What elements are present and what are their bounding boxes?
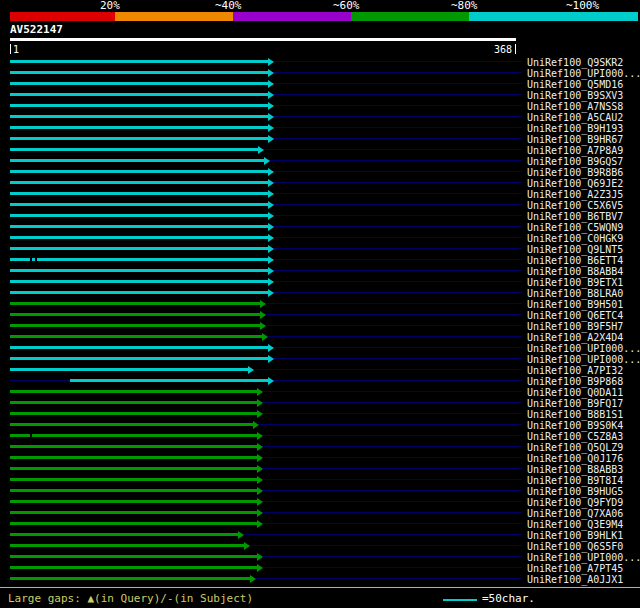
hit-label[interactable]: UniRef100_C5WQN9	[527, 222, 623, 233]
hit-bar[interactable]	[10, 434, 257, 437]
hit-bar[interactable]	[10, 258, 268, 261]
hit-bar[interactable]	[10, 280, 268, 283]
hit-bar[interactable]	[10, 555, 257, 558]
hit-label[interactable]: UniRef100_UPI000...	[527, 552, 640, 563]
hit-label[interactable]: UniRef100_B9P868	[527, 376, 623, 387]
hit-label[interactable]: UniRef100_B9S0K4	[527, 420, 623, 431]
hit-arrow-icon	[268, 223, 274, 231]
hit-bar[interactable]	[10, 302, 260, 305]
hit-bar[interactable]	[10, 313, 260, 316]
hit-label[interactable]: UniRef100_B6TBV7	[527, 211, 623, 222]
hit-bar[interactable]	[10, 445, 257, 448]
hit-bar[interactable]	[10, 357, 268, 360]
hit-label[interactable]: UniRef100_B9ETX1	[527, 277, 623, 288]
hit-bar[interactable]	[70, 379, 268, 382]
hit-bar[interactable]	[10, 170, 268, 173]
hit-bar[interactable]	[10, 93, 268, 96]
hit-label[interactable]: UniRef100_Q6ETC4	[527, 310, 623, 321]
hit-label[interactable]: UniRef100_A0JJX1	[527, 574, 623, 585]
hit-bar[interactable]	[10, 577, 250, 580]
hit-label[interactable]: UniRef100_UPI000...	[527, 354, 640, 365]
hit-label[interactable]: UniRef100_Q6S5F0	[527, 541, 623, 552]
hit-bar[interactable]	[10, 423, 253, 426]
hit-label[interactable]: UniRef100_A7PT45	[527, 563, 623, 574]
hit-label[interactable]: UniRef100_B9H501	[527, 299, 623, 310]
hit-bar[interactable]	[10, 82, 268, 85]
hit-label[interactable]: UniRef100_A5CAU2	[527, 112, 623, 123]
hit-label[interactable]: UniRef100_B6ETT4	[527, 255, 623, 266]
hit-bar[interactable]	[10, 456, 257, 459]
hit-label[interactable]: UniRef100_B9HUG5	[527, 486, 623, 497]
hit-label[interactable]: UniRef100_B8LRA0	[527, 288, 623, 299]
hit-bar[interactable]	[10, 368, 248, 371]
hit-label[interactable]: UniRef100_B9HR67	[527, 134, 623, 145]
hit-bar[interactable]	[10, 236, 268, 239]
hit-label[interactable]: UniRef100_C0HGK9	[527, 233, 623, 244]
hit-bar[interactable]	[10, 247, 268, 250]
hit-bar[interactable]	[10, 148, 258, 151]
hit-label[interactable]: UniRef100_C5Z8A3	[527, 431, 623, 442]
hit-bar[interactable]	[10, 412, 257, 415]
hit-bar[interactable]	[10, 269, 268, 272]
hit-label[interactable]: UniRef100_UPI000...	[527, 343, 640, 354]
hit-label[interactable]: UniRef100_B8ABB4	[527, 266, 623, 277]
ruler-end-tick	[515, 44, 516, 54]
hit-label[interactable]: UniRef100_Q7XA06	[527, 508, 623, 519]
hit-label[interactable]: UniRef100_B9F5H7	[527, 321, 623, 332]
hit-label[interactable]: UniRef100_B9R8B6	[527, 167, 623, 178]
hit-bar[interactable]	[10, 533, 238, 536]
hit-label[interactable]: UniRef100_A7P8A9	[527, 145, 623, 156]
hit-label[interactable]: UniRef100_B9FQ17	[527, 398, 623, 409]
hit-bar[interactable]	[10, 203, 268, 206]
hit-bar[interactable]	[10, 511, 257, 514]
hit-bar[interactable]	[10, 401, 257, 404]
hit-label[interactable]: UniRef100_B9T8I4	[527, 475, 623, 486]
hit-label[interactable]: UniRef100_UPI000...	[527, 68, 640, 79]
hit-bar[interactable]	[10, 489, 257, 492]
hit-bar[interactable]	[10, 467, 257, 470]
hit-bar[interactable]	[10, 544, 244, 547]
hit-label[interactable]: UniRef100_Q5QLZ9	[527, 442, 623, 453]
hit-bar[interactable]	[10, 181, 268, 184]
hit-bar[interactable]	[10, 104, 268, 107]
hit-label[interactable]: UniRef100_A7PI32	[527, 365, 623, 376]
hit-bar[interactable]	[10, 291, 268, 294]
hit-bar[interactable]	[10, 192, 268, 195]
hit-bar[interactable]	[10, 324, 260, 327]
hit-label[interactable]: UniRef100_B9H193	[527, 123, 623, 134]
hit-label[interactable]: UniRef100_Q9FYD9	[527, 497, 623, 508]
hit-label[interactable]: UniRef100_B9HLK1	[527, 530, 623, 541]
hit-label[interactable]: UniRef100_B8B1S1	[527, 409, 623, 420]
hit-bar[interactable]	[10, 335, 262, 338]
hit-bar[interactable]	[10, 159, 264, 162]
hit-bar[interactable]	[10, 500, 257, 503]
hit-bar[interactable]	[10, 566, 257, 569]
hit-label[interactable]: UniRef100_B9GQS7	[527, 156, 623, 167]
hit-label[interactable]: UniRef100_Q3E9M4	[527, 519, 623, 530]
hit-bar[interactable]	[10, 346, 268, 349]
hit-bar[interactable]	[10, 478, 257, 481]
hit-label[interactable]: UniRef100_Q0J176	[527, 453, 623, 464]
hit-label[interactable]: UniRef100_A2X4D4	[527, 332, 623, 343]
hit-label[interactable]: UniRef100_Q0DA11	[527, 387, 623, 398]
hit-bar[interactable]	[10, 126, 268, 129]
hit-label[interactable]: UniRef100_B9SXV3	[527, 90, 623, 101]
hit-bar[interactable]	[10, 214, 268, 217]
ruler-start-label: 1	[13, 44, 19, 55]
hit-bar[interactable]	[10, 60, 268, 63]
hit-label[interactable]: UniRef100_Q69JE2	[527, 178, 623, 189]
hit-bar[interactable]	[10, 522, 257, 525]
hit-label[interactable]: UniRef100_B8ABB3	[527, 464, 623, 475]
hit-label[interactable]: UniRef100_A2Z3J5	[527, 189, 623, 200]
hit-label[interactable]: UniRef100_Q9SKR2	[527, 57, 623, 68]
hit-label[interactable]: UniRef100_Q9LNT5	[527, 244, 623, 255]
hit-label[interactable]: UniRef100_A7NSS8	[527, 101, 623, 112]
alignment-row: UniRef100_A5CAU2	[0, 112, 640, 123]
hit-bar[interactable]	[10, 390, 257, 393]
hit-label[interactable]: UniRef100_Q5MD16	[527, 79, 623, 90]
hit-bar[interactable]	[10, 225, 268, 228]
hit-bar[interactable]	[10, 137, 268, 140]
hit-label[interactable]: UniRef100_C5X6V5	[527, 200, 623, 211]
hit-bar[interactable]	[10, 71, 268, 74]
hit-bar[interactable]	[10, 115, 268, 118]
